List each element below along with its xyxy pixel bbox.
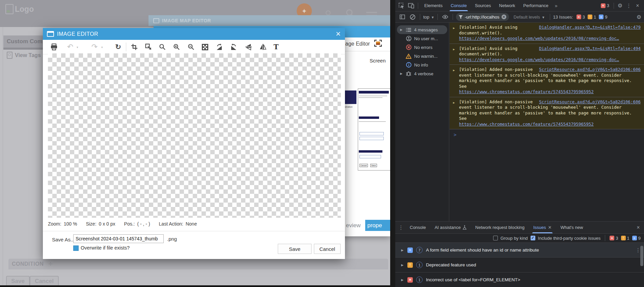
source-link[interactable]: ScriptResource.axd?d…ojV0&t=5a82d106:606 <box>539 99 641 105</box>
page-thumbnail-preview[interactable]: Cancel Save <box>358 88 390 171</box>
filename-input[interactable] <box>73 234 164 243</box>
dialog-save-button[interactable]: Save <box>278 244 312 254</box>
context-selector[interactable]: top▼ <box>423 15 434 20</box>
console-settings-gear-icon[interactable]: ⚙ <box>637 14 641 20</box>
clear-filter-icon[interactable]: ✕ <box>502 15 506 19</box>
issues-info-icon: ≡ <box>599 15 603 19</box>
source-link[interactable]: DialogHandler.aspx?D…tn=&isRtl=false:479 <box>539 25 641 30</box>
crop-icon[interactable] <box>130 43 139 51</box>
sidebar-item-verbose[interactable]: ▶ 4 verbose <box>397 69 447 78</box>
zoom-out-icon[interactable] <box>187 43 195 51</box>
group-by-kind-label: Group by kind <box>501 236 528 241</box>
drawer-tab-issues[interactable]: Issues✕ <box>529 221 556 233</box>
tab-image-editor[interactable]: age Editor <box>345 41 370 47</box>
close-tab-icon[interactable]: ✕ <box>548 225 552 230</box>
console-message[interactable]: ▶ ScriptResource.axd?d…ojV0&t=5a82d106:6… <box>450 65 644 97</box>
tab-elements[interactable]: Elements <box>421 0 446 11</box>
undo-icon[interactable]: ↶ <box>66 43 75 51</box>
redo-dropdown-icon[interactable]: ▾ <box>101 46 103 49</box>
drawer-tab-whats-new[interactable]: What's new <box>556 221 587 233</box>
fullscreen-icon[interactable] <box>374 40 382 47</box>
resize-icon[interactable] <box>144 43 153 51</box>
console-filter-input[interactable]: -url:http://localhos ✕ <box>456 13 509 21</box>
issue-row[interactable]: ▶ ✕ 1 Incorrect use of <label for=FORM_E… <box>395 272 644 287</box>
drawer-menu-icon[interactable]: ⋮ <box>397 223 405 232</box>
editor-canvas[interactable] <box>48 53 341 218</box>
devtools-close-icon[interactable]: × <box>633 1 642 10</box>
settings-gear-icon[interactable]: ⚙ <box>616 1 624 10</box>
devtools-menu-icon[interactable]: ⋮ <box>624 1 633 10</box>
page-thumbnail-small[interactable] <box>345 90 356 104</box>
drawer-tab-console[interactable]: Console <box>405 221 430 233</box>
source-link[interactable]: ScriptResource.axd?d…ojV0&t=5a82d106:606 <box>539 67 641 73</box>
drawer-tab-ai-assistance[interactable]: AI assistance <box>430 221 471 233</box>
console-message[interactable]: ▶ DialogHandler.aspx?D…tn=&isRtl=false:4… <box>450 44 644 65</box>
issue-title: Deprecated feature used <box>426 262 476 267</box>
reset-icon[interactable]: ↻ <box>114 43 123 51</box>
view-tags-link[interactable]: View Tags <box>7 52 41 59</box>
zoom-icon[interactable] <box>158 43 167 51</box>
transparency-icon[interactable] <box>200 43 209 51</box>
doc-link[interactable]: https://developers.google.com/web/update… <box>459 36 619 41</box>
log-levels-dropdown[interactable]: Default levels▼ <box>514 15 545 20</box>
tab-performance[interactable]: Performance <box>519 0 552 11</box>
zoom-in-icon[interactable] <box>172 43 181 51</box>
live-expression-eye-icon[interactable] <box>441 12 450 21</box>
sidebar-item-all-messages[interactable]: ▶ 4 messages <box>397 25 447 34</box>
sidebar-item-warnings[interactable]: No warnin... <box>397 52 447 60</box>
drawer-close-icon[interactable]: × <box>634 223 643 232</box>
sidebar-item-errors[interactable]: No errors <box>397 43 447 52</box>
console-sidebar-toggle-icon[interactable] <box>398 12 407 21</box>
error-badge-icon[interactable]: ✕ <box>601 3 606 8</box>
group-by-kind-checkbox[interactable] <box>493 236 498 240</box>
source-link[interactable]: DialogHandler.aspx?D…tn=&isRtl=false:494 <box>539 46 641 52</box>
doc-link[interactable]: https://www.chromestatus.com/feature/574… <box>459 89 594 94</box>
devtools-drawer: ⋮ Console AI assistance Network request … <box>395 221 644 287</box>
rotate-left-icon[interactable] <box>229 43 238 51</box>
doc-link[interactable]: https://www.chromestatus.com/feature/574… <box>459 122 594 127</box>
tab-network[interactable]: Network <box>495 0 519 11</box>
clear-console-icon[interactable] <box>408 12 417 21</box>
tag-document-icon <box>7 52 12 59</box>
expand-caret-icon: ▶ <box>453 47 455 52</box>
sidebar-item-info[interactable]: No info <box>397 60 447 69</box>
sidebar-item-user-messages[interactable]: No user m... <box>397 34 447 43</box>
device-toolbar-icon[interactable] <box>407 1 415 10</box>
flip-vertical-icon[interactable] <box>244 43 253 51</box>
condition-section-header[interactable]: CONDITION ✛ <box>8 259 388 269</box>
broken-image-icon <box>5 4 14 14</box>
issues-summary[interactable]: 13 Issues: <box>553 15 573 20</box>
rotate-right-icon[interactable] <box>215 43 223 51</box>
redo-icon[interactable]: ↷ <box>90 43 99 51</box>
dialog-cancel-button[interactable]: Cancel <box>314 244 341 254</box>
console-prompt[interactable]: > <box>450 129 644 137</box>
print-icon[interactable] <box>50 43 58 51</box>
dialog-titlebar[interactable]: IMAGE EDITOR ✕ <box>43 28 345 40</box>
flip-horizontal-icon[interactable] <box>259 43 267 51</box>
screenshot-filename[interactable]: Screen <box>370 58 390 63</box>
inspect-element-icon[interactable] <box>397 1 406 10</box>
tab-properties[interactable]: prope <box>365 220 390 231</box>
more-tabs-icon[interactable]: » <box>553 3 560 8</box>
tab-console[interactable]: Console <box>447 0 471 11</box>
text-tool-icon[interactable]: T <box>272 43 280 51</box>
undo-dropdown-icon[interactable]: ▾ <box>77 46 78 49</box>
bug-icon <box>406 71 411 77</box>
thumb-header-bar <box>359 91 389 94</box>
issues-scrollbar-thumb[interactable] <box>640 246 643 266</box>
tab-sources[interactable]: Sources <box>471 0 495 11</box>
console-message[interactable]: ▶ ScriptResource.axd?d…ojV0&t=5a82d106:6… <box>450 97 644 130</box>
console-message[interactable]: ▶ DialogHandler.aspx?D…tn=&isRtl=false:4… <box>450 23 644 44</box>
issue-menu-icon[interactable]: ⋮ <box>636 247 641 253</box>
drawer-tabbar: ⋮ Console AI assistance Network request … <box>395 221 644 234</box>
drawer-error-icon: ✕ <box>610 236 614 240</box>
thumb-save-button: Save <box>370 164 377 167</box>
issue-row[interactable]: ▶ ! 1 Deprecated feature used <box>395 258 644 272</box>
issue-row[interactable]: ▶ ≡ 7 A form field element should have a… <box>395 243 644 258</box>
doc-link[interactable]: https://developers.google.com/web/update… <box>459 57 619 62</box>
third-party-checkbox[interactable] <box>531 236 535 240</box>
drawer-tab-network-request-blocking[interactable]: Network request blocking <box>471 221 529 233</box>
close-icon[interactable]: ✕ <box>336 30 341 38</box>
overwrite-checkbox[interactable] <box>73 245 79 251</box>
add-condition-icon[interactable]: ✛ <box>48 261 53 267</box>
